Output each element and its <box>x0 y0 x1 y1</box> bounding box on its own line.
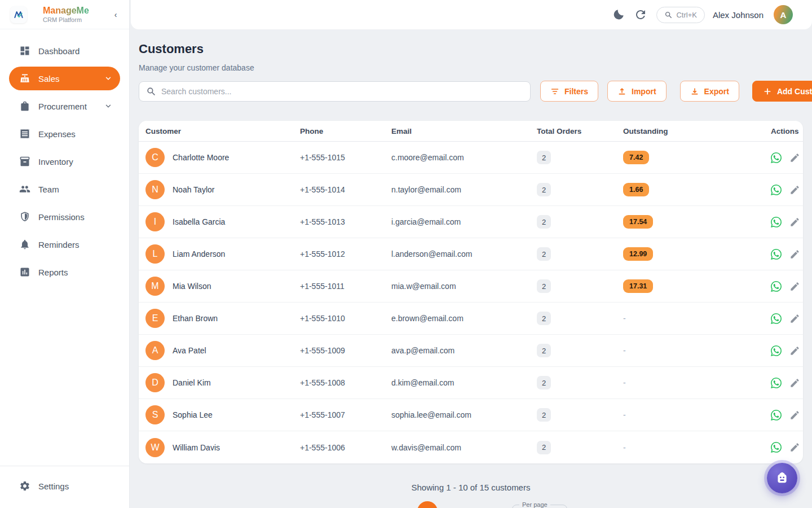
customer-phone: +1-555-1009 <box>300 346 391 355</box>
actions-cell <box>771 410 803 421</box>
edit-pencil-icon[interactable] <box>789 313 800 324</box>
sidebar-item-expenses[interactable]: Expenses <box>9 122 120 146</box>
edit-pencil-icon[interactable] <box>789 185 800 195</box>
customer-cell: I Isabella Garcia <box>145 212 300 231</box>
shield-icon <box>19 211 30 222</box>
outstanding-cell: - <box>623 313 771 323</box>
customer-cell: C Charlotte Moore <box>145 148 300 167</box>
sidebar-item-permissions[interactable]: Permissions <box>9 205 120 229</box>
search-input[interactable] <box>161 87 523 96</box>
edit-pencil-icon[interactable] <box>789 281 800 292</box>
chatbot-fab-button[interactable] <box>767 463 797 493</box>
per-page-select[interactable]: Per page <box>512 501 567 508</box>
table-row: L Liam Anderson +1-555-1012 l.anderson@e… <box>139 238 803 270</box>
gear-icon <box>19 480 30 492</box>
sidebar-item-label: Inventory <box>38 157 73 167</box>
whatsapp-icon[interactable] <box>771 185 782 195</box>
customer-name: Charlotte Moore <box>173 153 229 162</box>
command-palette-button[interactable]: Ctrl+K <box>656 7 704 23</box>
column-header-actions: Actions <box>771 127 799 135</box>
whatsapp-icon[interactable] <box>771 442 782 453</box>
sidebar-item-reports[interactable]: Reports <box>9 260 120 284</box>
edit-pencil-icon[interactable] <box>789 345 800 356</box>
orders-badge: 2 <box>537 376 551 389</box>
sidebar-item-reminders[interactable]: Reminders <box>9 233 120 256</box>
sidebar-item-procurement[interactable]: Procurement <box>9 94 120 118</box>
customer-email: n.taylor@email.com <box>391 185 537 194</box>
page-subtitle: Manage your customer database <box>139 63 803 72</box>
customers-table: Customer Phone Email Total Orders Outsta… <box>139 121 803 463</box>
outstanding-badge: 17.54 <box>623 215 653 229</box>
outstanding-empty: - <box>623 378 626 387</box>
box-icon <box>19 156 30 167</box>
orders-badge: 2 <box>537 312 551 325</box>
edit-pencil-icon[interactable] <box>789 217 800 227</box>
add-customer-button[interactable]: Add Customer <box>752 81 812 102</box>
download-icon <box>690 87 699 96</box>
outstanding-badge: 12.99 <box>623 247 653 261</box>
page-1-button[interactable] <box>417 501 438 508</box>
sidebar-item-label: Sales <box>38 74 60 84</box>
customer-phone: +1-555-1008 <box>300 378 391 387</box>
sidebar-item-dashboard[interactable]: Dashboard <box>9 39 120 63</box>
customer-avatar: D <box>145 373 165 392</box>
shopping-bag-icon <box>19 100 30 112</box>
orders-cell: 2 <box>537 183 623 196</box>
customer-email: sophia.lee@email.com <box>391 410 537 419</box>
table-row: D Daniel Kim +1-555-1008 d.kim@email.com… <box>139 367 803 399</box>
sidebar-item-inventory[interactable]: Inventory <box>9 150 120 173</box>
whatsapp-icon[interactable] <box>771 152 782 163</box>
filters-button[interactable]: Filters <box>540 81 598 102</box>
refresh-icon[interactable] <box>634 8 647 21</box>
actions-cell <box>771 152 803 163</box>
customer-cell: E Ethan Brown <box>145 309 300 328</box>
sidebar-item-label: Expenses <box>38 129 76 139</box>
upload-icon <box>617 87 626 96</box>
customer-avatar: A <box>145 341 165 360</box>
edit-pencil-icon[interactable] <box>789 442 800 453</box>
dashboard-icon <box>19 45 30 56</box>
outstanding-cell: - <box>623 345 771 356</box>
edit-pencil-icon[interactable] <box>789 152 800 163</box>
edit-pencil-icon[interactable] <box>789 249 800 260</box>
whatsapp-icon[interactable] <box>771 378 782 388</box>
whatsapp-icon[interactable] <box>771 345 782 356</box>
sidebar-item-sales[interactable]: Sales <box>9 67 120 90</box>
whatsapp-icon[interactable] <box>771 410 782 421</box>
dark-mode-moon-icon[interactable] <box>612 8 625 21</box>
import-button[interactable]: Import <box>607 81 667 102</box>
customer-phone: +1-555-1012 <box>300 249 391 259</box>
orders-cell: 2 <box>537 376 623 389</box>
outstanding-badge: 1.66 <box>623 183 649 196</box>
orders-cell: 2 <box>537 441 623 454</box>
outstanding-empty: - <box>623 314 626 323</box>
sidebar-item-settings[interactable]: Settings <box>9 474 120 498</box>
whatsapp-icon[interactable] <box>771 313 782 324</box>
orders-cell: 2 <box>537 247 623 261</box>
chevron-down-icon <box>104 75 112 82</box>
avatar[interactable]: A <box>774 5 793 24</box>
table-row: M Mia Wilson +1-555-1011 mia.w@email.com… <box>139 270 803 303</box>
per-page-label: Per page <box>519 501 550 508</box>
sidebar-item-team[interactable]: Team <box>9 177 120 201</box>
sidebar-item-label: Settings <box>38 481 69 491</box>
outstanding-cell: - <box>623 410 771 420</box>
table-row: S Sophia Lee +1-555-1007 sophia.lee@emai… <box>139 399 803 431</box>
customer-cell: S Sophia Lee <box>145 405 300 424</box>
outstanding-empty: - <box>623 443 626 452</box>
whatsapp-icon[interactable] <box>771 249 782 260</box>
customer-phone: +1-555-1007 <box>300 410 391 419</box>
outstanding-empty: - <box>623 410 626 419</box>
sidebar-collapse-button[interactable]: ‹ <box>110 10 121 19</box>
outstanding-cell: 17.54 - <box>623 215 771 229</box>
customer-avatar: I <box>145 212 165 231</box>
export-button[interactable]: Export <box>680 81 739 102</box>
whatsapp-icon[interactable] <box>771 217 782 227</box>
customer-cell: N Noah Taylor <box>145 180 300 199</box>
actions-cell <box>771 313 803 324</box>
edit-pencil-icon[interactable] <box>789 410 800 421</box>
actions-cell <box>771 185 803 195</box>
brand-tagline: CRM Platform <box>43 16 89 23</box>
whatsapp-icon[interactable] <box>771 281 782 292</box>
edit-pencil-icon[interactable] <box>789 378 800 388</box>
